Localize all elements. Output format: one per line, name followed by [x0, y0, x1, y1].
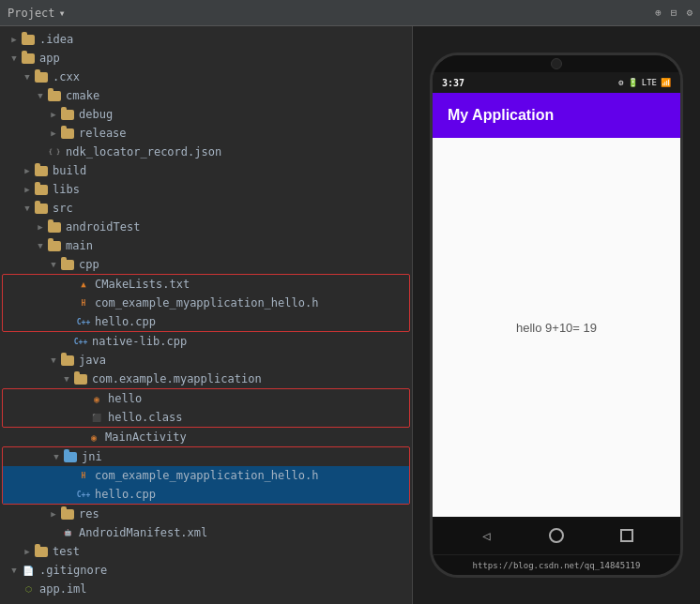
- phone-status-bar: 3:37 ⚙ 🔋 LTE 📶: [433, 72, 680, 93]
- tree-item-main[interactable]: ▼ main: [0, 236, 412, 255]
- arrow-cpp-dir: ▼: [47, 260, 60, 269]
- cpp-icon-jni-hello-cpp: C++: [76, 487, 91, 502]
- recents-button[interactable]: [616, 524, 638, 547]
- label-jni-hello-cpp: hello.cpp: [95, 488, 156, 501]
- tree-item-idea[interactable]: ▶ .idea: [0, 30, 412, 49]
- folder-icon-cxx: [34, 69, 49, 84]
- tree-item-src[interactable]: ▼ src: [0, 199, 412, 218]
- label-debug: debug: [79, 108, 113, 121]
- tree-item-hello-java[interactable]: ◉ hello: [3, 389, 409, 408]
- app-bar-title: My Application: [448, 107, 554, 124]
- tree-item-appiml[interactable]: ⬡ app.iml: [0, 580, 412, 598]
- arrow-test: ▶: [21, 547, 34, 556]
- top-bar-actions: ⊕ ⊟ ⚙: [655, 7, 692, 19]
- arrow-libs: ▶: [21, 185, 34, 194]
- h-icon-hello-h: H: [76, 295, 91, 310]
- folder-icon-cpp-dir: [60, 257, 75, 272]
- h-icon-jni-hello-h: H: [76, 468, 91, 483]
- phone-nav-bar: ◁: [433, 517, 680, 554]
- folder-icon-libs: [34, 182, 49, 197]
- tree-item-com-example[interactable]: ▼ com.example.myapplication: [0, 370, 412, 388]
- project-title: Project ▾: [8, 7, 66, 20]
- json-icon-ndk: { }: [47, 144, 62, 159]
- tree-item-jni-hello-h[interactable]: H com_example_myapplication_hello.h: [3, 466, 409, 485]
- tree-item-hello-cpp[interactable]: C++ hello.cpp: [3, 312, 409, 331]
- phone-frame: 3:37 ⚙ 🔋 LTE 📶 My Application hello 9+10…: [430, 53, 683, 578]
- cpp-files-highlight: ▲ CMakeLists.txt H com_example_myapplica…: [2, 274, 410, 332]
- cmake-icon-cmakelists: ▲: [76, 277, 91, 292]
- label-hello-h: com_example_myapplication_hello.h: [95, 296, 318, 310]
- file-icon-gitignore: 📄: [21, 563, 36, 578]
- label-hello-cpp: hello.cpp: [95, 315, 156, 328]
- folder-icon-idea: [21, 32, 36, 47]
- tree-item-androidmanifest[interactable]: 🤖 AndroidManifest.xml: [0, 523, 412, 542]
- label-idea: .idea: [39, 33, 73, 46]
- phone-panel: 3:37 ⚙ 🔋 LTE 📶 My Application hello 9+10…: [413, 26, 700, 604]
- gear-icon[interactable]: ⚙: [686, 7, 692, 19]
- tree-item-ndk-json[interactable]: { } ndk_locator_record.json: [0, 143, 412, 161]
- class-icon-hello: ⬛: [89, 410, 104, 425]
- project-arrow[interactable]: ▾: [59, 7, 66, 20]
- folder-icon-res: [60, 506, 75, 521]
- tree-item-app[interactable]: ▼ app: [0, 49, 412, 68]
- folder-icon-main: [47, 238, 62, 253]
- tree-item-gitignore[interactable]: ▼ 📄 .gitignore: [0, 561, 412, 580]
- iml-icon-appiml: ⬡: [21, 581, 36, 596]
- tree-item-java-dir[interactable]: ▼ java: [0, 351, 412, 370]
- label-appiml: app.iml: [39, 582, 87, 596]
- phone-notch: [433, 55, 680, 72]
- folder-icon-app: [21, 51, 36, 66]
- arrow-jni: ▼: [50, 452, 63, 461]
- tree-item-cmakelists[interactable]: ▲ CMakeLists.txt: [3, 275, 409, 294]
- folder-icon-src: [34, 201, 49, 216]
- label-hello-class: hello.class: [108, 411, 182, 424]
- cpp-icon-hello-cpp: C++: [76, 314, 91, 329]
- label-cxx: .cxx: [53, 70, 80, 83]
- folder-icon-jni: [63, 449, 78, 464]
- arrow-debug: ▶: [47, 110, 60, 119]
- label-cpp-dir: cpp: [79, 258, 99, 271]
- label-jni-hello-h: com_example_myapplication_hello.h: [95, 469, 318, 482]
- tree-item-build[interactable]: ▶ build: [0, 161, 412, 180]
- back-button[interactable]: ◁: [475, 524, 497, 547]
- arrow-idea: ▶: [8, 35, 21, 44]
- project-label: Project: [8, 7, 55, 20]
- arrow-src: ▼: [21, 204, 34, 213]
- tree-item-hello-h[interactable]: H com_example_myapplication_hello.h: [3, 294, 409, 312]
- tree-item-nativelib[interactable]: C++ native-lib.cpp: [0, 332, 412, 351]
- label-mainactivity: MainActivity: [105, 430, 187, 444]
- tree-item-cxx[interactable]: ▼ .cxx: [0, 68, 412, 86]
- jni-highlight-wrap: ▼ jni H com_example_myapplication_hello.…: [2, 446, 410, 505]
- tree-item-mainactivity[interactable]: ◉ MainActivity: [0, 428, 412, 446]
- arrow-androidtest: ▶: [34, 222, 47, 232]
- home-button[interactable]: [545, 524, 568, 547]
- label-main: main: [66, 239, 93, 252]
- globe-icon[interactable]: ⊕: [655, 7, 662, 19]
- tree-item-cmake[interactable]: ▼ cmake: [0, 86, 412, 105]
- label-com-example: com.example.myapplication: [92, 372, 262, 385]
- label-jni: jni: [82, 450, 102, 463]
- tree-item-test[interactable]: ▶ test: [0, 542, 412, 561]
- tree-item-release[interactable]: ▶ release: [0, 124, 412, 143]
- tree-item-hello-class[interactable]: ⬛ hello.class: [3, 408, 409, 427]
- back-icon: ◁: [482, 528, 490, 543]
- tree-item-libs[interactable]: ▶ libs: [0, 180, 412, 199]
- arrow-cxx: ▼: [21, 72, 34, 82]
- phone-content-text: hello 9+10= 19: [516, 321, 597, 335]
- tree-item-res[interactable]: ▶ res: [0, 505, 412, 523]
- folder-icon-java-dir: [60, 353, 75, 368]
- label-app: app: [39, 52, 60, 65]
- folder-icon-debug: [60, 107, 75, 122]
- split-icon[interactable]: ⊟: [671, 7, 677, 19]
- tree-item-jni[interactable]: ▼ jni: [3, 447, 409, 466]
- tree-item-androidtest[interactable]: ▶ androidTest: [0, 218, 412, 236]
- java-icon-mainactivity: ◉: [86, 430, 101, 445]
- label-nativelib: native-lib.cpp: [92, 335, 187, 348]
- tree-item-debug[interactable]: ▶ debug: [0, 105, 412, 124]
- xml-icon-androidmanifest: 🤖: [60, 525, 75, 540]
- java-files-highlight: ◉ hello ⬛ hello.class: [2, 388, 410, 428]
- tree-item-jni-hello-cpp[interactable]: C++ hello.cpp: [3, 485, 409, 504]
- arrow-release: ▶: [47, 128, 60, 138]
- tree-item-cpp-dir[interactable]: ▼ cpp: [0, 255, 412, 274]
- phone-app-bar: My Application: [433, 93, 680, 138]
